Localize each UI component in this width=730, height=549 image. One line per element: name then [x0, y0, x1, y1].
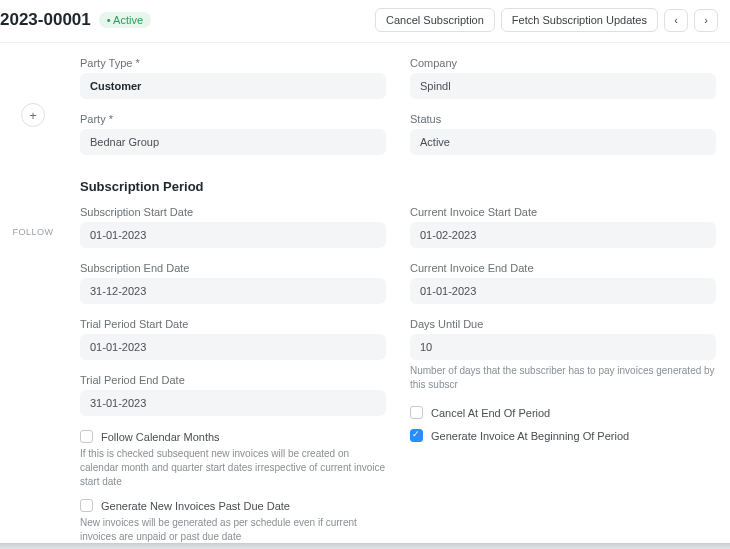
next-button[interactable]: › — [694, 9, 718, 32]
days-due-label: Days Until Due — [410, 318, 716, 330]
follow-button[interactable]: FOLLOW — [12, 227, 53, 237]
sub-start-input[interactable] — [80, 222, 386, 248]
gen-begin-label: Generate Invoice At Beginning Of Period — [431, 430, 629, 442]
party-type-label: Party Type * — [80, 57, 386, 69]
cur-start-input[interactable] — [410, 222, 716, 248]
status-input[interactable] — [410, 129, 716, 155]
cancel-end-label: Cancel At End Of Period — [431, 407, 550, 419]
fetch-updates-button[interactable]: Fetch Subscription Updates — [501, 8, 658, 32]
status-badge: • Active — [99, 12, 151, 28]
follow-calendar-label: Follow Calendar Months — [101, 431, 220, 443]
left-rail: + FOLLOW — [0, 43, 66, 549]
trial-end-label: Trial Period End Date — [80, 374, 386, 386]
cur-start-label: Current Invoice Start Date — [410, 206, 716, 218]
form-area: Party Type * Company Party * S — [66, 43, 730, 549]
trial-start-input[interactable] — [80, 334, 386, 360]
page-header: 2023-00001 • Active Cancel Subscription … — [0, 0, 730, 43]
follow-calendar-checkbox[interactable]: Follow Calendar Months — [80, 430, 386, 443]
company-input[interactable] — [410, 73, 716, 99]
cancel-end-checkbox[interactable]: Cancel At End Of Period — [410, 406, 716, 419]
sub-end-label: Subscription End Date — [80, 262, 386, 274]
cur-end-label: Current Invoice End Date — [410, 262, 716, 274]
party-type-input[interactable] — [80, 73, 386, 99]
add-button[interactable]: + — [21, 103, 45, 127]
days-due-help: Number of days that the subscriber has t… — [410, 364, 716, 392]
company-label: Company — [410, 57, 716, 69]
cancel-subscription-button[interactable]: Cancel Subscription — [375, 8, 495, 32]
trial-start-label: Trial Period Start Date — [80, 318, 386, 330]
party-label: Party * — [80, 113, 386, 125]
section-subscription-period: Subscription Period — [80, 179, 716, 194]
gen-begin-checkbox[interactable]: Generate Invoice At Beginning Of Period — [410, 429, 716, 442]
bottom-scrollbar[interactable] — [0, 543, 730, 549]
sub-end-input[interactable] — [80, 278, 386, 304]
party-input[interactable] — [80, 129, 386, 155]
cur-end-input[interactable] — [410, 278, 716, 304]
status-label: Status — [410, 113, 716, 125]
follow-calendar-help: If this is checked subsequent new invoic… — [80, 447, 386, 489]
sub-start-label: Subscription Start Date — [80, 206, 386, 218]
gen-past-due-checkbox[interactable]: Generate New Invoices Past Due Date — [80, 499, 386, 512]
gen-past-due-label: Generate New Invoices Past Due Date — [101, 500, 290, 512]
gen-past-due-help: New invoices will be generated as per sc… — [80, 516, 386, 544]
days-due-input[interactable] — [410, 334, 716, 360]
prev-button[interactable]: ‹ — [664, 9, 688, 32]
page-title: 2023-00001 — [0, 10, 91, 30]
trial-end-input[interactable] — [80, 390, 386, 416]
